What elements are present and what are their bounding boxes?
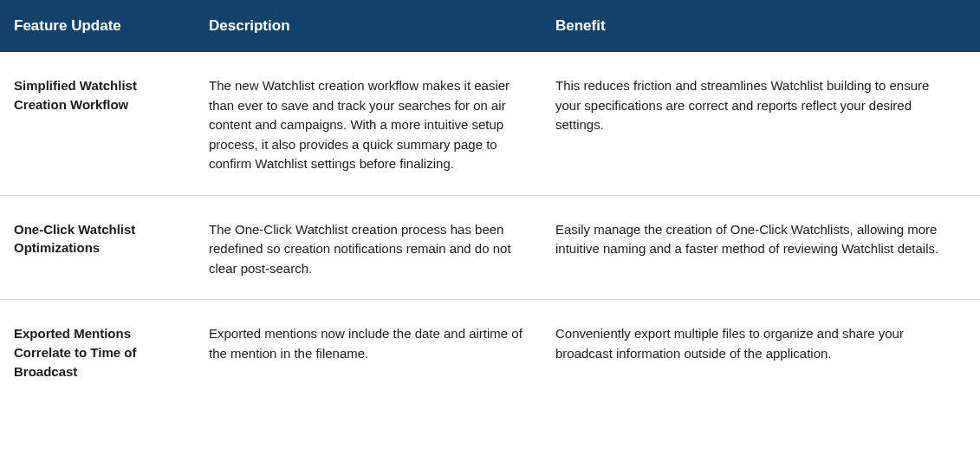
feature-cell: One-Click Watchlist Optimizations: [14, 220, 209, 279]
header-benefit: Benefit: [555, 17, 966, 35]
benefit-cell: Conveniently export multiple files to or…: [555, 324, 966, 381]
table-row: One-Click Watchlist Optimizations The On…: [0, 196, 980, 301]
feature-table: Feature Update Description Benefit Simpl…: [0, 0, 980, 401]
description-cell: Exported mentions now include the date a…: [209, 324, 555, 381]
benefit-cell: This reduces friction and streamlines Wa…: [555, 76, 966, 174]
description-cell: The new Watchlist creation workflow make…: [209, 76, 555, 174]
feature-cell: Exported Mentions Correlate to Time of B…: [14, 324, 209, 381]
feature-cell: Simplified Watchlist Creation Workflow: [14, 76, 209, 174]
table-header-row: Feature Update Description Benefit: [0, 0, 980, 52]
benefit-cell: Easily manage the creation of One-Click …: [555, 220, 966, 279]
header-description: Description: [209, 17, 555, 35]
description-cell: The One-Click Watchlist creation process…: [209, 220, 555, 279]
header-feature: Feature Update: [14, 17, 209, 35]
table-row: Exported Mentions Correlate to Time of B…: [0, 300, 980, 401]
table-row: Simplified Watchlist Creation Workflow T…: [0, 52, 980, 196]
